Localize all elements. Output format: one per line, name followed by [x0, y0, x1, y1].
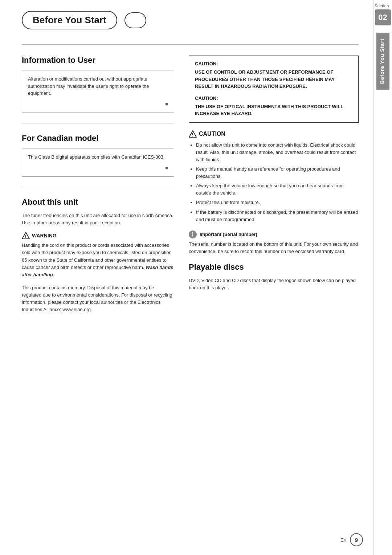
serial-text: The serial number is located on the bott… — [189, 241, 359, 255]
svg-point-5 — [192, 135, 193, 136]
info-to-user-box: Alteration or modifications carried out … — [22, 70, 174, 113]
caution-box: CAUTION: USE OF CONTROL OR ADJUSTMENT OR… — [189, 56, 359, 123]
about-unit-section: About this unit The tuner frequencies on… — [22, 197, 174, 314]
section-number: 02 — [375, 9, 391, 25]
caution-list-item: Do not allow this unit to come into cont… — [196, 142, 359, 163]
header-underline — [22, 44, 359, 45]
serial-title: i Important (Serial number) — [189, 230, 359, 238]
side-tab: Section 02 Before You Start — [373, 0, 392, 555]
divider-1 — [22, 123, 174, 123]
caution-title: CAUTION — [189, 130, 359, 138]
header-circle — [124, 12, 146, 28]
page-header: Before You Start — [22, 11, 359, 29]
playable-discs-section: Playable discs DVD, Video CD and CD disc… — [189, 262, 359, 291]
serial-section: i Important (Serial number) The serial n… — [189, 230, 359, 255]
caution-list-item: Always keep the volume low enough so tha… — [196, 182, 359, 197]
about-unit-heading: About this unit — [22, 197, 174, 207]
col-right: CAUTION: USE OF CONTROL OR ADJUSTMENT OR… — [189, 56, 359, 319]
canadian-model-section: For Canadian model This Class B digital … — [22, 134, 174, 177]
warning-end: . — [53, 272, 54, 277]
caution-list-item: Keep this manual handy as a reference fo… — [196, 166, 359, 180]
page-title: Before You Start — [22, 11, 117, 29]
warning-label: WARNING — [32, 233, 57, 238]
side-tab-text: Before You Start — [376, 33, 389, 90]
main-content: Before You Start Information to User Alt… — [0, 0, 373, 333]
caution-box-title-1: CAUTION: — [195, 61, 352, 66]
info-box-icon-1: ■ — [28, 101, 168, 108]
caution-icon — [189, 130, 197, 138]
caution-section: CAUTION Do not allow this unit to come i… — [189, 130, 359, 223]
playable-discs-text: DVD, Video CD and CD discs that display … — [189, 277, 359, 291]
warning-icon — [22, 232, 30, 240]
caution-box-text-1: USE OF CONTROL OR ADJUSTMENT OR PERFORMA… — [195, 69, 352, 90]
caution-box-title-2: CAUTION: — [195, 95, 352, 101]
col-left: Information to User Alteration or modifi… — [22, 56, 174, 319]
about-unit-body: The tuner frequencies on this unit are a… — [22, 212, 174, 227]
page-footer: En 9 — [340, 533, 363, 546]
mercury-text: This product contains mercury. Disposal … — [22, 284, 174, 314]
two-col-layout: Information to User Alteration or modifi… — [22, 56, 359, 319]
footer-lang: En — [340, 537, 346, 543]
page-number: 9 — [350, 533, 363, 546]
serial-icon: i — [189, 230, 197, 238]
svg-point-2 — [25, 237, 26, 238]
caution-label: CAUTION — [199, 131, 225, 137]
warning-text: Handling the cord on this product or cor… — [22, 242, 174, 278]
canadian-model-text: This Class B digital apparatus complies … — [28, 154, 164, 160]
warning-block: WARNING Handling the cord on this produc… — [22, 232, 174, 278]
info-to-user-heading: Information to User — [22, 56, 174, 65]
caution-list: Do not allow this unit to come into cont… — [189, 142, 359, 223]
divider-2 — [22, 187, 174, 187]
caution-list-item: Protect this unit from moisture. — [196, 199, 359, 206]
page-container: Section 02 Before You Start Before You S… — [0, 0, 392, 555]
caution-list-item: If the battery is disconnected or discha… — [196, 209, 359, 223]
warning-title: WARNING — [22, 232, 174, 240]
section-label: Section — [373, 0, 392, 8]
info-to-user-section: Information to User Alteration or modifi… — [22, 56, 174, 113]
caution-box-text-2: THE USE OF OPTICAL INSTRUMENTS WITH THIS… — [195, 103, 352, 117]
info-to-user-text: Alteration or modifications carried out … — [28, 76, 149, 96]
canadian-model-box: This Class B digital apparatus complies … — [22, 148, 174, 177]
playable-discs-heading: Playable discs — [189, 262, 359, 272]
canadian-model-heading: For Canadian model — [22, 134, 174, 143]
info-box-icon-2: ■ — [28, 164, 168, 172]
serial-title-text: Important (Serial number) — [200, 232, 257, 237]
